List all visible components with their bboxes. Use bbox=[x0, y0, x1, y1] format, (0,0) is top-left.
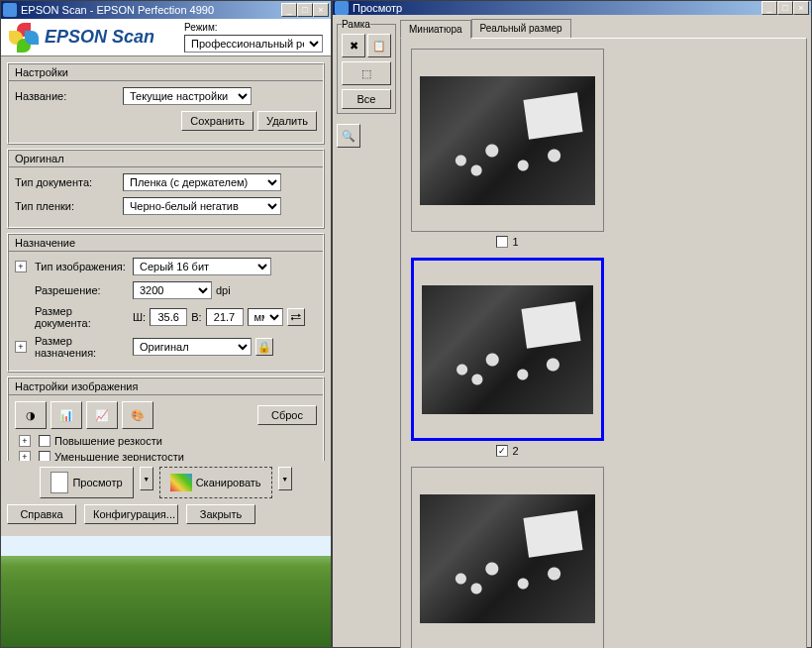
doc-type-select[interactable]: Пленка (с держателем) bbox=[123, 173, 281, 191]
tab-thumbnail[interactable]: Миниатюра bbox=[400, 20, 471, 39]
epson-logo-icon bbox=[9, 23, 39, 53]
densitometer-icon[interactable]: 🔍 bbox=[337, 124, 360, 148]
sharpen-label: Повышение резкости bbox=[54, 435, 162, 447]
thumb-image-3 bbox=[420, 494, 595, 623]
adjustments-title: Настройки изображения bbox=[9, 378, 323, 395]
thumbnail-3[interactable] bbox=[411, 467, 604, 648]
tab-real-size[interactable]: Реальный размер bbox=[471, 19, 571, 38]
close-panel-button[interactable]: Закрыть bbox=[186, 504, 255, 524]
preview-button[interactable]: Просмотр bbox=[40, 467, 133, 498]
window-title: EPSON Scan - EPSON Perfection 4990 bbox=[21, 4, 281, 16]
preview-minimize-button[interactable]: _ bbox=[761, 1, 777, 15]
preview-titlebar[interactable]: Просмотр _ □ × bbox=[333, 1, 811, 15]
name-label: Название: bbox=[15, 90, 119, 102]
save-button[interactable]: Сохранить bbox=[181, 111, 254, 131]
expand-dest-size[interactable]: + bbox=[15, 341, 27, 353]
settings-title: Настройки bbox=[9, 64, 323, 81]
original-title: Оригинал bbox=[9, 151, 323, 167]
app-icon bbox=[3, 3, 17, 17]
frame-legend: Рамка bbox=[342, 19, 370, 30]
epson-scan-window: EPSON Scan - EPSON Perfection 4990 _ □ ×… bbox=[0, 0, 332, 648]
wallpaper-grass bbox=[1, 536, 331, 647]
h-label: В: bbox=[191, 311, 201, 323]
preview-maximize-button[interactable]: □ bbox=[777, 1, 793, 15]
settings-group: Настройки Название: Текущие настройки Со… bbox=[7, 62, 325, 145]
dest-size-label: Размер назначения: bbox=[35, 335, 129, 359]
scan-dropdown[interactable]: ▼ bbox=[278, 467, 292, 490]
resolution-label: Разрешение: bbox=[35, 284, 129, 296]
thumb-1-num: 1 bbox=[512, 236, 518, 248]
preview-close-button[interactable]: × bbox=[793, 1, 809, 15]
scan-icon bbox=[170, 474, 192, 491]
help-button[interactable]: Справка bbox=[7, 504, 76, 524]
width-input[interactable] bbox=[150, 308, 187, 326]
thumb-2-num: 2 bbox=[512, 445, 518, 457]
scan-button[interactable]: Сканировать bbox=[159, 467, 272, 498]
destination-group: Назначение + Тип изображения: Серый 16 б… bbox=[7, 233, 325, 373]
preview-window-title: Просмотр bbox=[353, 2, 761, 14]
image-type-select[interactable]: Серый 16 бит bbox=[133, 258, 271, 275]
minimize-button[interactable]: _ bbox=[281, 3, 297, 17]
frame-panel: Рамка ✖ 📋 ⬚ Все 🔍 bbox=[337, 19, 396, 648]
dpi-label: dpi bbox=[216, 284, 231, 296]
image-type-label: Тип изображения: bbox=[35, 261, 129, 272]
thumb-2-checkbox[interactable] bbox=[496, 445, 508, 457]
document-icon bbox=[51, 472, 68, 493]
doc-type-label: Тип документа: bbox=[15, 176, 119, 188]
reset-button[interactable]: Сброс bbox=[257, 405, 317, 425]
orientation-button[interactable]: ⮂ bbox=[287, 308, 305, 326]
frame-duplicate-icon[interactable]: 📋 bbox=[367, 34, 391, 57]
thumbnail-1[interactable] bbox=[411, 49, 604, 232]
preview-app-icon bbox=[335, 1, 349, 15]
logo-text: EPSON Scan bbox=[45, 27, 184, 48]
color-balance-icon[interactable]: 🎨 bbox=[122, 401, 153, 429]
preview-tabs: Миниатюра Реальный размер bbox=[400, 19, 807, 38]
unit-select[interactable]: мм bbox=[248, 308, 283, 326]
expand-image-type[interactable]: + bbox=[15, 261, 27, 272]
config-button[interactable]: Конфигурация... bbox=[84, 504, 178, 524]
thumb-1-checkbox[interactable] bbox=[496, 236, 508, 248]
frame-delete-icon[interactable]: ✖ bbox=[342, 34, 365, 57]
thumb-image-1 bbox=[420, 76, 595, 205]
film-type-select[interactable]: Черно-белый негатив bbox=[123, 197, 281, 215]
thumbnails-area: 1 2 bbox=[400, 38, 807, 648]
all-frames-button[interactable]: Все bbox=[342, 89, 391, 109]
destination-title: Назначение bbox=[9, 235, 323, 252]
preview-window: Просмотр _ □ × Рамка ✖ 📋 ⬚ Все 🔍 bbox=[332, 0, 812, 648]
dest-size-select[interactable]: Оригинал bbox=[133, 338, 252, 356]
lock-button[interactable]: 🔒 bbox=[255, 338, 273, 356]
auto-exposure-icon[interactable]: ◑ bbox=[15, 401, 47, 429]
preview-dropdown[interactable]: ▼ bbox=[140, 467, 153, 490]
film-type-label: Тип пленки: bbox=[15, 200, 119, 212]
resolution-select[interactable]: 3200 bbox=[133, 281, 212, 299]
expand-grain[interactable]: + bbox=[19, 451, 31, 461]
height-input[interactable] bbox=[206, 308, 244, 326]
titlebar[interactable]: EPSON Scan - EPSON Perfection 4990 _ □ × bbox=[1, 1, 331, 19]
w-label: Ш: bbox=[133, 311, 146, 323]
tone-curve-icon[interactable]: 📈 bbox=[86, 401, 118, 429]
mode-label: Режим: bbox=[184, 22, 323, 33]
maximize-button[interactable]: □ bbox=[297, 3, 313, 17]
close-button[interactable]: × bbox=[313, 3, 329, 17]
expand-sharpen[interactable]: + bbox=[19, 435, 31, 447]
settings-name-select[interactable]: Текущие настройки bbox=[123, 87, 252, 105]
mode-select[interactable]: Профессиональный режим bbox=[184, 35, 323, 53]
header: EPSON Scan Режим: Профессиональный режим bbox=[1, 19, 331, 56]
original-group: Оригинал Тип документа: Пленка (с держат… bbox=[7, 149, 325, 229]
delete-button[interactable]: Удалить bbox=[257, 111, 317, 131]
grain-checkbox[interactable] bbox=[39, 451, 51, 461]
sharpen-checkbox[interactable] bbox=[39, 435, 51, 447]
histogram-icon[interactable]: 📊 bbox=[51, 401, 82, 429]
doc-size-label: Размер документа: bbox=[35, 305, 129, 329]
grain-label: Уменьшение зернистости bbox=[54, 451, 184, 461]
thumbnail-2[interactable] bbox=[411, 258, 604, 441]
thumb-image-2 bbox=[422, 285, 593, 414]
frame-auto-icon[interactable]: ⬚ bbox=[342, 61, 391, 85]
adjustments-group: Настройки изображения ◑ 📊 📈 🎨 Сброс + По… bbox=[7, 377, 325, 461]
